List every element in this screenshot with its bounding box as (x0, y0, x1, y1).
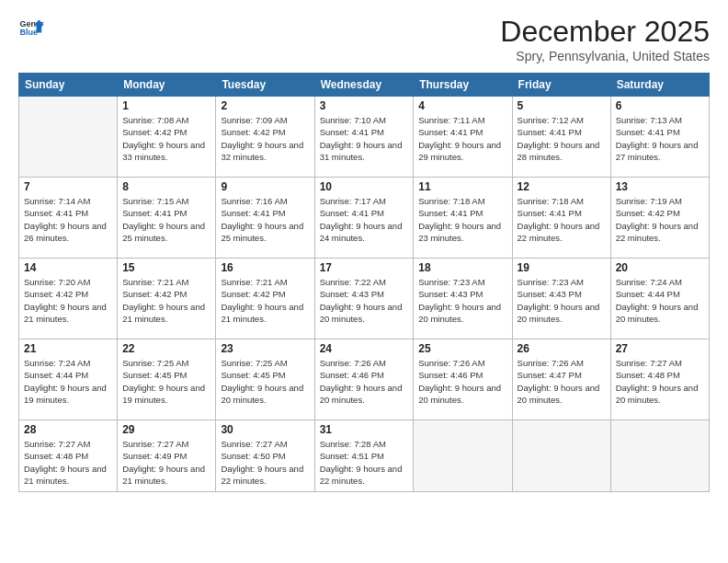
day-info: Sunrise: 7:26 AM Sunset: 4:46 PM Dayligh… (320, 357, 409, 406)
calendar-cell: 1Sunrise: 7:08 AM Sunset: 4:42 PM Daylig… (118, 97, 216, 178)
day-info: Sunrise: 7:19 AM Sunset: 4:42 PM Dayligh… (616, 195, 704, 244)
day-info: Sunrise: 7:09 AM Sunset: 4:42 PM Dayligh… (221, 114, 309, 163)
calendar-cell: 7Sunrise: 7:14 AM Sunset: 4:41 PM Daylig… (19, 178, 118, 259)
calendar-cell: 11Sunrise: 7:18 AM Sunset: 4:41 PM Dayli… (414, 178, 512, 259)
day-info: Sunrise: 7:17 AM Sunset: 4:41 PM Dayligh… (320, 195, 409, 244)
logo: General Blue (18, 15, 44, 40)
calendar-cell: 28Sunrise: 7:27 AM Sunset: 4:48 PM Dayli… (19, 420, 118, 492)
calendar-cell: 23Sunrise: 7:25 AM Sunset: 4:45 PM Dayli… (216, 339, 314, 420)
calendar-cell: 2Sunrise: 7:09 AM Sunset: 4:42 PM Daylig… (216, 97, 314, 178)
day-number: 22 (122, 342, 210, 355)
calendar-cell: 12Sunrise: 7:18 AM Sunset: 4:41 PM Dayli… (512, 178, 610, 259)
day-info: Sunrise: 7:24 AM Sunset: 4:44 PM Dayligh… (616, 276, 704, 325)
day-number: 12 (518, 180, 606, 193)
day-number: 1 (122, 99, 210, 112)
day-number: 8 (122, 180, 210, 193)
day-info: Sunrise: 7:10 AM Sunset: 4:41 PM Dayligh… (320, 114, 409, 163)
calendar-cell: 25Sunrise: 7:26 AM Sunset: 4:46 PM Dayli… (414, 339, 512, 420)
day-number: 7 (24, 180, 112, 193)
day-number: 24 (320, 342, 409, 355)
column-header-monday: Monday (118, 74, 216, 97)
day-info: Sunrise: 7:25 AM Sunset: 4:45 PM Dayligh… (221, 357, 309, 406)
day-info: Sunrise: 7:22 AM Sunset: 4:43 PM Dayligh… (320, 276, 409, 325)
calendar-cell: 20Sunrise: 7:24 AM Sunset: 4:44 PM Dayli… (610, 259, 709, 339)
day-info: Sunrise: 7:26 AM Sunset: 4:47 PM Dayligh… (518, 357, 606, 406)
day-info: Sunrise: 7:25 AM Sunset: 4:45 PM Dayligh… (122, 357, 210, 406)
day-number: 17 (320, 261, 409, 274)
calendar-cell: 24Sunrise: 7:26 AM Sunset: 4:46 PM Dayli… (314, 339, 414, 420)
calendar-cell (610, 420, 709, 492)
calendar-cell: 3Sunrise: 7:10 AM Sunset: 4:41 PM Daylig… (314, 97, 414, 178)
day-info: Sunrise: 7:27 AM Sunset: 4:48 PM Dayligh… (24, 438, 112, 487)
calendar-header-row: SundayMondayTuesdayWednesdayThursdayFrid… (19, 74, 710, 97)
day-number: 29 (122, 423, 210, 436)
day-info: Sunrise: 7:24 AM Sunset: 4:44 PM Dayligh… (24, 357, 112, 406)
day-number: 31 (320, 423, 409, 436)
day-info: Sunrise: 7:27 AM Sunset: 4:48 PM Dayligh… (616, 357, 704, 406)
day-info: Sunrise: 7:23 AM Sunset: 4:43 PM Dayligh… (418, 276, 506, 325)
day-info: Sunrise: 7:18 AM Sunset: 4:41 PM Dayligh… (518, 195, 606, 244)
day-number: 26 (518, 342, 606, 355)
day-number: 18 (418, 261, 506, 274)
calendar-cell: 4Sunrise: 7:11 AM Sunset: 4:41 PM Daylig… (414, 97, 512, 178)
calendar-cell: 27Sunrise: 7:27 AM Sunset: 4:48 PM Dayli… (610, 339, 709, 420)
day-info: Sunrise: 7:14 AM Sunset: 4:41 PM Dayligh… (24, 195, 112, 244)
day-number: 3 (320, 99, 409, 112)
calendar-cell: 15Sunrise: 7:21 AM Sunset: 4:42 PM Dayli… (118, 259, 216, 339)
day-number: 27 (616, 342, 704, 355)
day-info: Sunrise: 7:26 AM Sunset: 4:46 PM Dayligh… (418, 357, 506, 406)
day-number: 14 (24, 261, 112, 274)
day-info: Sunrise: 7:15 AM Sunset: 4:41 PM Dayligh… (122, 195, 210, 244)
day-info: Sunrise: 7:21 AM Sunset: 4:42 PM Dayligh… (221, 276, 309, 325)
calendar-cell: 9Sunrise: 7:16 AM Sunset: 4:41 PM Daylig… (216, 178, 314, 259)
calendar-cell: 29Sunrise: 7:27 AM Sunset: 4:49 PM Dayli… (118, 420, 216, 492)
calendar: SundayMondayTuesdayWednesdayThursdayFrid… (18, 73, 710, 492)
day-info: Sunrise: 7:20 AM Sunset: 4:42 PM Dayligh… (24, 276, 112, 325)
day-number: 23 (221, 342, 309, 355)
day-number: 2 (221, 99, 309, 112)
day-number: 16 (221, 261, 309, 274)
column-header-thursday: Thursday (414, 74, 512, 97)
column-header-wednesday: Wednesday (314, 74, 414, 97)
calendar-cell: 16Sunrise: 7:21 AM Sunset: 4:42 PM Dayli… (216, 259, 314, 339)
day-info: Sunrise: 7:16 AM Sunset: 4:41 PM Dayligh… (221, 195, 309, 244)
column-header-saturday: Saturday (610, 74, 709, 97)
calendar-cell: 14Sunrise: 7:20 AM Sunset: 4:42 PM Dayli… (19, 259, 118, 339)
day-number: 19 (518, 261, 606, 274)
title-area: December 2025 Spry, Pennsylvania, United… (500, 15, 710, 63)
calendar-cell (512, 420, 610, 492)
day-info: Sunrise: 7:28 AM Sunset: 4:51 PM Dayligh… (320, 438, 409, 487)
day-number: 25 (418, 342, 506, 355)
day-info: Sunrise: 7:27 AM Sunset: 4:49 PM Dayligh… (122, 438, 210, 487)
day-number: 30 (221, 423, 309, 436)
day-info: Sunrise: 7:08 AM Sunset: 4:42 PM Dayligh… (122, 114, 210, 163)
calendar-cell: 22Sunrise: 7:25 AM Sunset: 4:45 PM Dayli… (118, 339, 216, 420)
day-number: 5 (518, 99, 606, 112)
calendar-cell: 26Sunrise: 7:26 AM Sunset: 4:47 PM Dayli… (512, 339, 610, 420)
day-info: Sunrise: 7:23 AM Sunset: 4:43 PM Dayligh… (518, 276, 606, 325)
day-number: 9 (221, 180, 309, 193)
calendar-cell: 13Sunrise: 7:19 AM Sunset: 4:42 PM Dayli… (610, 178, 709, 259)
calendar-cell: 8Sunrise: 7:15 AM Sunset: 4:41 PM Daylig… (118, 178, 216, 259)
calendar-cell: 18Sunrise: 7:23 AM Sunset: 4:43 PM Dayli… (414, 259, 512, 339)
day-number: 13 (616, 180, 704, 193)
calendar-cell: 30Sunrise: 7:27 AM Sunset: 4:50 PM Dayli… (216, 420, 314, 492)
calendar-cell (19, 97, 118, 178)
day-number: 11 (418, 180, 506, 193)
day-info: Sunrise: 7:27 AM Sunset: 4:50 PM Dayligh… (221, 438, 309, 487)
day-number: 20 (616, 261, 704, 274)
calendar-cell: 5Sunrise: 7:12 AM Sunset: 4:41 PM Daylig… (512, 97, 610, 178)
calendar-cell: 6Sunrise: 7:13 AM Sunset: 4:41 PM Daylig… (610, 97, 709, 178)
logo-icon: General Blue (18, 15, 44, 40)
day-info: Sunrise: 7:21 AM Sunset: 4:42 PM Dayligh… (122, 276, 210, 325)
column-header-friday: Friday (512, 74, 610, 97)
day-number: 28 (24, 423, 112, 436)
calendar-cell: 21Sunrise: 7:24 AM Sunset: 4:44 PM Dayli… (19, 339, 118, 420)
day-info: Sunrise: 7:12 AM Sunset: 4:41 PM Dayligh… (518, 114, 606, 163)
day-info: Sunrise: 7:18 AM Sunset: 4:41 PM Dayligh… (418, 195, 506, 244)
calendar-cell: 31Sunrise: 7:28 AM Sunset: 4:51 PM Dayli… (314, 420, 414, 492)
day-number: 10 (320, 180, 409, 193)
day-number: 21 (24, 342, 112, 355)
day-info: Sunrise: 7:11 AM Sunset: 4:41 PM Dayligh… (418, 114, 506, 163)
svg-text:Blue: Blue (19, 28, 38, 37)
